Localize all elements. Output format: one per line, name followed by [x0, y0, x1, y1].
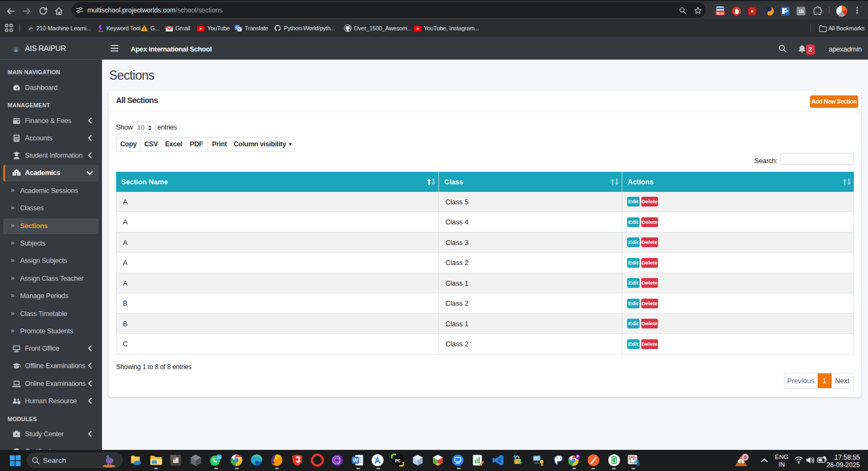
svg-text:PC: PC	[394, 459, 400, 464]
svg-text:8: 8	[744, 454, 746, 460]
svg-text:P: P	[577, 455, 579, 459]
svg-text:!: !	[144, 27, 145, 31]
svg-text:1b: 1b	[799, 9, 804, 14]
svg-text:W: W	[353, 457, 358, 463]
svg-text:New: New	[717, 11, 724, 15]
svg-text:»: »	[751, 8, 754, 14]
svg-text:文: 文	[238, 27, 241, 31]
svg-text:20: 20	[217, 455, 221, 459]
